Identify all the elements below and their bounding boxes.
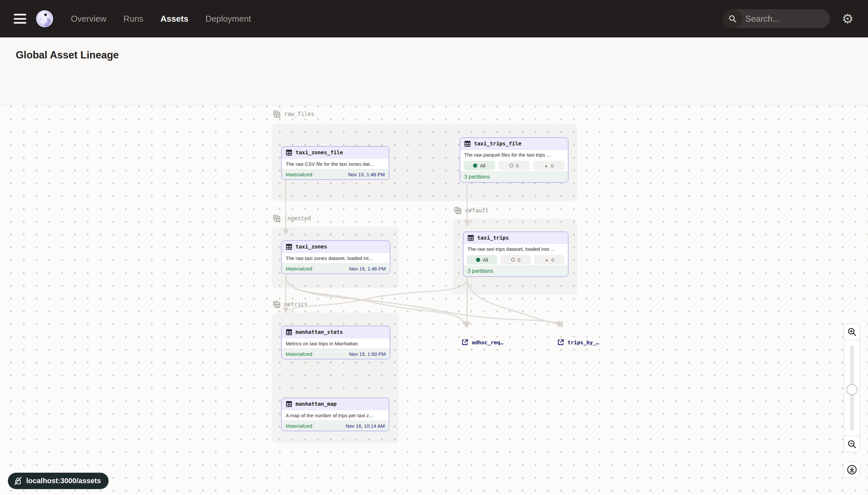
asset-node-manhattan-stats[interactable]: manhattan_stats Metrics on taxi trips in… xyxy=(281,326,390,359)
materialized-timestamp: Nov 15, 1:50 PM xyxy=(349,351,386,357)
partitions-all-pill[interactable]: All xyxy=(463,161,495,170)
asset-group-icon xyxy=(453,206,462,215)
asset-group-icon xyxy=(272,109,281,118)
nav-item-deployment[interactable]: Deployment xyxy=(205,14,251,24)
table-icon xyxy=(467,235,474,241)
triangle-icon: ▲ xyxy=(545,258,549,262)
nav-item-overview[interactable]: Overview xyxy=(71,14,106,24)
page-header: Global Asset Lineage Reload definitions xyxy=(0,37,868,73)
asset-node-taxi-zones[interactable]: taxi_zones The raw taxi zones dataset, l… xyxy=(281,240,390,274)
top-nav: Overview Runs Assets Deployment / ⚙ xyxy=(0,0,868,37)
partitions-failed-pill[interactable]: ▲0 xyxy=(534,255,565,264)
zoom-slider[interactable] xyxy=(844,340,860,436)
page-title: Global Asset Lineage xyxy=(16,49,119,61)
asset-group-icon xyxy=(272,214,281,223)
partitions-queued-pill[interactable]: 0 xyxy=(501,255,531,264)
asset-group-icon xyxy=(272,300,281,309)
asset-description: A map of the number of trips per taxi z.… xyxy=(282,410,389,421)
asset-card-header[interactable]: taxi_trips_file xyxy=(460,138,568,150)
ring-icon xyxy=(511,258,515,262)
asset-card-header[interactable]: taxi_zones xyxy=(282,241,390,253)
asset-card-header[interactable]: manhattan_map xyxy=(282,398,389,410)
insecure-lock-icon xyxy=(14,477,22,485)
asset-node-manhattan-map[interactable]: manhattan_map A map of the number of tri… xyxy=(281,397,389,431)
status-materialized: Materialized xyxy=(286,266,312,271)
status-materialized: Materialized xyxy=(286,351,312,357)
asset-status-row: Materialized Nov 16, 10:14 AM xyxy=(282,421,389,431)
asset-card-header[interactable]: taxi_trips xyxy=(463,232,568,244)
zoom-out-button[interactable] xyxy=(844,436,860,452)
search-icon xyxy=(723,9,742,28)
materialized-timestamp: Nov 15, 1:46 PM xyxy=(348,172,385,177)
zoom-in-icon xyxy=(847,327,856,337)
zoom-in-button[interactable] xyxy=(844,324,860,340)
partition-count-row: 3 partitions xyxy=(460,171,568,182)
status-materialized: Materialized xyxy=(286,423,312,429)
browser-status-url: localhost:3000/assets xyxy=(8,473,109,489)
asset-description: The raw CSV file for the taxi zones dat.… xyxy=(282,158,389,169)
group-label-default[interactable]: default xyxy=(453,206,489,215)
triangle-icon: ▲ xyxy=(544,164,548,168)
zoom-slider-thumb[interactable] xyxy=(846,384,857,395)
partition-health-row: All 0 ▲0 xyxy=(463,254,568,266)
external-link-icon xyxy=(461,339,468,346)
dagster-logo[interactable] xyxy=(35,10,54,28)
table-icon xyxy=(286,149,292,156)
table-icon xyxy=(286,401,292,407)
external-asset-trips-by[interactable]: trips_by_… xyxy=(557,339,599,346)
search-input[interactable] xyxy=(742,14,830,24)
hamburger-menu-icon[interactable] xyxy=(14,14,26,24)
asset-node-taxi-trips[interactable]: taxi_trips The raw taxi trips dataset, l… xyxy=(463,232,568,277)
partition-count-row: 3 partitions xyxy=(463,266,568,276)
download-graph-button[interactable] xyxy=(844,462,860,478)
dagster-app: Overview Runs Assets Deployment / ⚙ Glob… xyxy=(0,0,868,495)
table-icon xyxy=(464,140,471,147)
asset-status-row: Materialized Nov 15, 1:46 PM xyxy=(282,263,390,273)
asset-node-taxi-zones-file[interactable]: taxi_zones_file The raw CSV file for the… xyxy=(281,146,389,180)
partition-health-row: All 0 ▲0 xyxy=(460,159,568,171)
asset-status-row: Materialized Nov 15, 1:46 PM xyxy=(282,169,389,179)
download-icon xyxy=(847,464,857,475)
nav-item-runs[interactable]: Runs xyxy=(123,14,143,24)
partitions-all-pill[interactable]: All xyxy=(467,255,497,264)
materialized-timestamp: Nov 15, 1:46 PM xyxy=(349,266,386,271)
lineage-toolbar: Filter Clear query xyxy=(0,73,868,105)
status-materialized: Materialized xyxy=(286,172,312,177)
nav-right: / ⚙ xyxy=(723,9,868,28)
materialized-timestamp: Nov 16, 10:14 AM xyxy=(346,423,385,429)
group-label-metrics[interactable]: metrics xyxy=(272,300,308,309)
green-dot-icon xyxy=(476,258,480,262)
global-search[interactable]: / xyxy=(723,9,830,28)
asset-card-header[interactable]: taxi_zones_file xyxy=(282,147,389,158)
primary-nav: Overview Runs Assets Deployment xyxy=(71,14,251,24)
asset-description: The raw taxi trips dataset, loaded into … xyxy=(463,244,568,254)
group-label-ingested[interactable]: ingested xyxy=(272,214,311,223)
group-label-raw-files[interactable]: raw_files xyxy=(272,109,314,118)
asset-status-row: Materialized Nov 15, 1:50 PM xyxy=(282,348,390,359)
asset-description: The raw parquet files for the taxi trips… xyxy=(460,150,568,159)
settings-gear-icon[interactable]: ⚙ xyxy=(842,12,854,25)
asset-card-header[interactable]: manhattan_stats xyxy=(282,326,390,338)
table-icon xyxy=(286,243,292,250)
partitions-queued-pill[interactable]: 0 xyxy=(498,161,530,170)
external-link-icon xyxy=(557,339,564,346)
table-icon xyxy=(286,329,292,336)
external-asset-adhoc-request[interactable]: adhoc_req… xyxy=(461,339,503,346)
zoom-controls xyxy=(844,324,860,452)
nav-item-assets[interactable]: Assets xyxy=(160,14,188,24)
asset-description: Metrics on taxi trips in Manhattan xyxy=(282,338,390,348)
asset-node-taxi-trips-file[interactable]: taxi_trips_file The raw parquet files fo… xyxy=(460,137,568,183)
ring-icon xyxy=(510,164,513,167)
asset-description: The raw taxi zones dataset, loaded int..… xyxy=(282,253,390,263)
green-dot-icon xyxy=(473,164,477,168)
zoom-out-icon xyxy=(847,440,856,449)
partitions-failed-pill[interactable]: ▲0 xyxy=(533,161,565,170)
